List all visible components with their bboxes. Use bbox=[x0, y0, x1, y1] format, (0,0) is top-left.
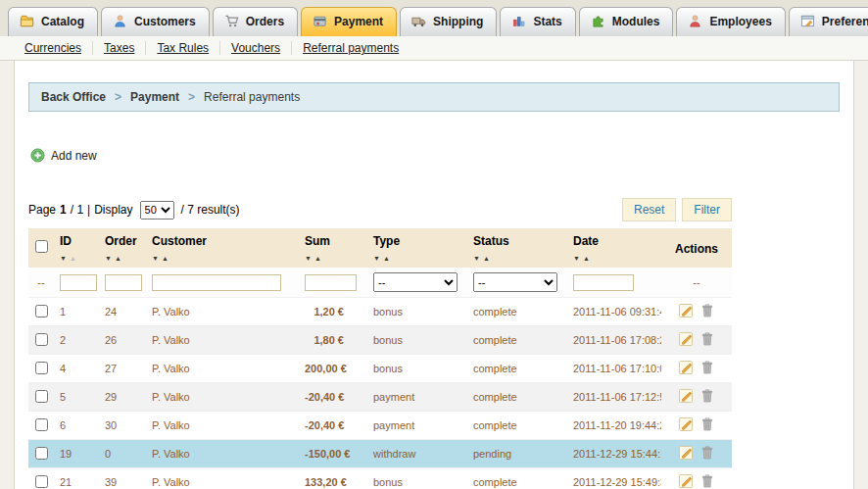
sort-desc-icon[interactable]: ▼ bbox=[152, 255, 159, 262]
cell-customer: P. Valko bbox=[146, 412, 299, 440]
filter-input-order[interactable] bbox=[105, 274, 142, 291]
edit-icon[interactable] bbox=[678, 331, 694, 349]
column-header-customer: Customer▼▲ bbox=[146, 228, 299, 268]
column-label: Status bbox=[473, 234, 561, 248]
submenu-item-tax-rules[interactable]: Tax Rules bbox=[146, 41, 220, 55]
breadcrumb-section[interactable]: Payment bbox=[130, 90, 179, 104]
tab-preferences[interactable]: Preferences bbox=[789, 7, 868, 36]
cell-date: 2011-12-29 15:44:17 bbox=[567, 440, 661, 468]
tab-label: Employees bbox=[709, 15, 771, 28]
cell-date: 2011-11-20 19:44:23 bbox=[567, 412, 661, 440]
tab-stats[interactable]: Stats bbox=[500, 7, 575, 36]
row-checkbox[interactable] bbox=[35, 333, 48, 346]
table-row[interactable]: 226P. Valko1,80 €bonuscomplete2011-11-06… bbox=[28, 326, 732, 355]
sort-desc-icon[interactable]: ▼ bbox=[373, 255, 380, 262]
sort-asc-icon[interactable]: ▲ bbox=[583, 255, 590, 262]
reset-button[interactable]: Reset bbox=[622, 198, 676, 221]
cell-date: 2011-12-29 15:49:32 bbox=[567, 468, 661, 489]
trash-icon[interactable] bbox=[699, 416, 715, 434]
sort-desc-icon[interactable]: ▼ bbox=[573, 255, 580, 262]
tab-catalog[interactable]: Catalog bbox=[8, 7, 98, 36]
cell-status: complete bbox=[467, 298, 567, 326]
row-checkbox[interactable] bbox=[35, 362, 48, 374]
filter-input-date[interactable] bbox=[573, 274, 634, 291]
sort-asc-icon[interactable]: ▲ bbox=[162, 255, 169, 262]
row-checkbox[interactable] bbox=[35, 305, 48, 318]
sort-desc-icon[interactable]: ▼ bbox=[473, 255, 480, 262]
trash-icon[interactable] bbox=[699, 388, 715, 406]
sort-desc-icon[interactable]: ▼ bbox=[60, 255, 67, 262]
cell-id: 1 bbox=[54, 298, 99, 326]
cell-status: complete bbox=[467, 326, 567, 355]
tab-payment[interactable]: Payment bbox=[301, 7, 397, 36]
trash-icon[interactable] bbox=[699, 473, 715, 489]
tab-employees[interactable]: Employees bbox=[676, 7, 785, 36]
sort-asc-icon[interactable]: ▲ bbox=[70, 255, 76, 262]
add-new-button[interactable]: Add new bbox=[30, 148, 97, 163]
sort-asc-icon[interactable]: ▲ bbox=[383, 255, 390, 262]
cell-type: bonus bbox=[367, 326, 467, 355]
tab-label: Catalog bbox=[41, 15, 84, 28]
filter-select-type[interactable]: -- bbox=[373, 272, 458, 292]
filter-button[interactable]: Filter bbox=[682, 198, 732, 221]
table-row[interactable]: 2139P. Valko133,20 €bonuscomplete2011-12… bbox=[28, 468, 732, 489]
sort-asc-icon[interactable]: ▲ bbox=[483, 255, 490, 262]
sort-asc-icon[interactable]: ▲ bbox=[314, 255, 321, 262]
tab-label: Modules bbox=[612, 15, 660, 28]
column-header-checkbox bbox=[28, 228, 54, 268]
puzzle-icon bbox=[591, 14, 605, 28]
filter-input-sum[interactable] bbox=[305, 274, 357, 291]
trash-icon[interactable] bbox=[699, 360, 715, 377]
edit-icon[interactable] bbox=[678, 473, 694, 489]
cell-sum: -20,40 € bbox=[299, 383, 367, 412]
sort-asc-icon[interactable]: ▲ bbox=[115, 255, 121, 262]
trash-icon[interactable] bbox=[699, 445, 715, 463]
edit-icon[interactable] bbox=[678, 388, 694, 406]
edit-icon[interactable] bbox=[678, 416, 694, 434]
tab-shipping[interactable]: Shipping bbox=[400, 7, 497, 36]
page-size-select[interactable]: 50 bbox=[140, 201, 174, 220]
table-header-row: ID▼▲Order▼▲Customer▼▲Sum▼▲Type▼▲Status▼▲… bbox=[28, 228, 732, 268]
tab-modules[interactable]: Modules bbox=[579, 7, 674, 36]
tab-orders[interactable]: Orders bbox=[213, 7, 298, 36]
edit-icon[interactable] bbox=[678, 445, 694, 463]
submenu-item-taxes[interactable]: Taxes bbox=[93, 41, 146, 55]
table-row[interactable]: 529P. Valko-20,40 €paymentcomplete2011-1… bbox=[28, 383, 732, 412]
tab-customers[interactable]: Customers bbox=[101, 7, 210, 36]
breadcrumb-root[interactable]: Back Office bbox=[41, 90, 106, 104]
trash-icon[interactable] bbox=[699, 303, 715, 320]
column-label: Type bbox=[373, 234, 461, 248]
sort-desc-icon[interactable]: ▼ bbox=[305, 255, 312, 262]
filter-cell-status: -- bbox=[467, 268, 567, 298]
trash-icon[interactable] bbox=[699, 331, 715, 349]
table-row[interactable]: 630P. Valko-20,40 €paymentcomplete2011-1… bbox=[28, 412, 732, 440]
filter-input-id[interactable] bbox=[60, 274, 97, 291]
filter-select-status[interactable]: -- bbox=[473, 272, 557, 292]
submenu-item-referral-payments[interactable]: Referral payments bbox=[292, 41, 410, 55]
row-checkbox[interactable] bbox=[35, 475, 48, 488]
column-header-id: ID▼▲ bbox=[54, 228, 99, 268]
truck-icon bbox=[411, 14, 426, 28]
cell-status: pending bbox=[467, 440, 567, 468]
select-all-checkbox[interactable] bbox=[35, 240, 48, 253]
cell-order: 39 bbox=[99, 468, 146, 489]
filter-input-customer[interactable] bbox=[152, 274, 281, 291]
page-total: / 1 bbox=[71, 203, 83, 217]
filter-none-checkbox: -- bbox=[28, 268, 54, 298]
row-checkbox[interactable] bbox=[35, 418, 48, 431]
table-row[interactable]: 427P. Valko200,00 €bonuscomplete2011-11-… bbox=[28, 355, 732, 383]
edit-icon[interactable] bbox=[678, 303, 694, 320]
table-row[interactable]: 190P. Valko-150,00 €withdrawpending2011-… bbox=[28, 440, 732, 468]
breadcrumb: Back Office>Payment>Referral payments bbox=[28, 82, 840, 112]
table-row[interactable]: 124P. Valko1,20 €bonuscomplete2011-11-06… bbox=[28, 298, 732, 326]
filter-cell-order bbox=[99, 268, 146, 298]
cell-type: payment bbox=[367, 412, 467, 440]
sort-desc-icon[interactable]: ▼ bbox=[105, 255, 112, 262]
row-checkbox[interactable] bbox=[35, 390, 48, 403]
submenu-item-vouchers[interactable]: Vouchers bbox=[220, 41, 292, 55]
payment-card-icon bbox=[313, 14, 327, 28]
row-checkbox[interactable] bbox=[35, 447, 48, 460]
cell-status: complete bbox=[467, 412, 567, 440]
submenu-item-currencies[interactable]: Currencies bbox=[14, 41, 93, 55]
edit-icon[interactable] bbox=[678, 360, 694, 377]
